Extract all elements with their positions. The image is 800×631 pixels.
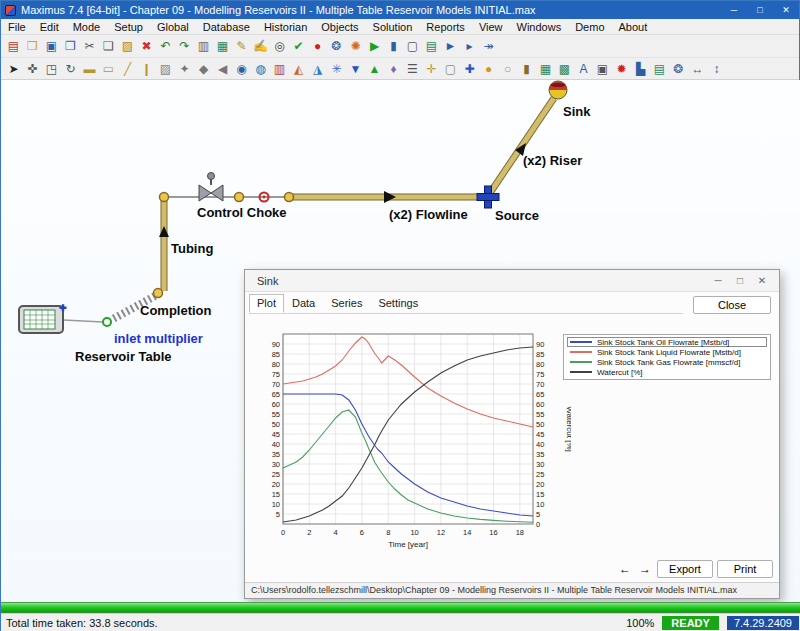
rotate-icon[interactable]: ↻ <box>61 59 80 78</box>
tubing-icon[interactable]: ❙ <box>137 59 156 78</box>
tank-icon[interactable]: ▢ <box>441 59 460 78</box>
menu-windows[interactable]: Windows <box>510 21 569 33</box>
minimize-button[interactable]: ─ <box>721 1 747 19</box>
zoom-area-icon[interactable]: ◳ <box>42 59 61 78</box>
sink-close-x-button[interactable]: ✕ <box>751 270 773 292</box>
copy-icon[interactable]: ❏ <box>99 37 118 56</box>
control-choke-label[interactable]: Control Choke <box>197 205 287 220</box>
separator-icon[interactable]: ▥ <box>270 59 289 78</box>
heater-icon[interactable]: ◭ <box>289 59 308 78</box>
run-all-icon[interactable]: ► <box>441 37 460 56</box>
text-annotation-icon[interactable]: A <box>574 59 593 78</box>
sink-maximize-button[interactable]: □ <box>729 270 751 292</box>
group-box-icon[interactable]: ▣ <box>593 59 612 78</box>
monitor-icon[interactable]: ▢ <box>403 37 422 56</box>
menu-solution[interactable]: Solution <box>366 21 420 33</box>
node-junction[interactable] <box>160 193 169 202</box>
menu-setup[interactable]: Setup <box>107 21 150 33</box>
nav-prev-button[interactable]: ← <box>617 561 633 577</box>
pause-icon[interactable]: ▮ <box>384 37 403 56</box>
cut-icon[interactable]: ✂ <box>80 37 99 56</box>
sink-minimize-button[interactable]: ─ <box>707 270 729 292</box>
pan-icon[interactable]: ✜ <box>23 59 42 78</box>
new-case-icon[interactable]: ▤ <box>4 37 23 56</box>
manifold-icon[interactable]: ☰ <box>403 59 422 78</box>
sink-close-button[interactable]: Close <box>693 296 771 314</box>
legend-item-1[interactable]: Sink Stock Tank Liquid Flowrate [Mstb/d] <box>567 347 767 357</box>
tab-data[interactable]: Data <box>284 294 323 313</box>
undo-icon[interactable]: ↶ <box>156 37 175 56</box>
inlet-multiplier-label[interactable]: inlet multiplier <box>114 331 203 346</box>
node-junction[interactable] <box>154 289 163 298</box>
menu-about[interactable]: About <box>612 21 655 33</box>
script-editor-icon[interactable]: ✍ <box>251 37 270 56</box>
fit-view-icon[interactable]: ↕ <box>707 59 726 78</box>
compressor-icon[interactable]: ◍ <box>251 59 270 78</box>
zoom-icon[interactable]: ◎ <box>270 37 289 56</box>
maximize-button[interactable]: □ <box>747 1 773 19</box>
choke-icon[interactable]: ✦ <box>175 59 194 78</box>
menu-edit[interactable]: Edit <box>33 21 66 33</box>
flowline-icon[interactable]: ▭ <box>99 59 118 78</box>
export-button[interactable]: Export <box>657 560 713 578</box>
legend-item-2[interactable]: Sink Stock Tank Gas Flowrate [mmscf/d] <box>567 357 767 367</box>
print-button[interactable]: Print <box>717 560 773 578</box>
heat-exchanger-icon[interactable]: ✳ <box>327 59 346 78</box>
riser-label[interactable]: (x2) Riser <box>523 153 582 168</box>
close-button[interactable]: ✕ <box>773 1 799 19</box>
menu-view[interactable]: View <box>472 21 510 33</box>
stop-icon[interactable]: ● <box>308 37 327 56</box>
validate-icon[interactable]: ✔ <box>289 37 308 56</box>
menu-mode[interactable]: Mode <box>66 21 108 33</box>
menu-global[interactable]: Global <box>150 21 196 33</box>
riser-icon[interactable]: ╱ <box>118 59 137 78</box>
menu-reports[interactable]: Reports <box>419 21 472 33</box>
check-valve-icon[interactable]: ◀ <box>213 59 232 78</box>
step-icon[interactable]: ▸ <box>460 37 479 56</box>
menu-objects[interactable]: Objects <box>314 21 365 33</box>
report-view-icon[interactable]: ▤ <box>650 59 669 78</box>
gas-lift-icon[interactable]: ▲ <box>365 59 384 78</box>
network-view-icon[interactable]: ❂ <box>327 37 346 56</box>
world-map-icon[interactable]: ❂ <box>669 59 688 78</box>
junction-node-icon[interactable]: ○ <box>498 59 517 78</box>
pump-icon[interactable]: ◉ <box>232 59 251 78</box>
source-icon[interactable]: ✚ <box>460 59 479 78</box>
fast-forward-icon[interactable]: ↠ <box>479 37 498 56</box>
pipe-icon[interactable]: ▬ <box>80 59 99 78</box>
report-icon[interactable]: ▤ <box>422 37 441 56</box>
run-simulation-icon[interactable]: ▶ <box>365 37 384 56</box>
redo-icon[interactable]: ↷ <box>175 37 194 56</box>
menu-historian[interactable]: Historian <box>257 21 314 33</box>
flowline-label[interactable]: (x2) Flowline <box>389 207 468 222</box>
sink-window-titlebar[interactable]: Sink ─ □ ✕ <box>245 270 779 292</box>
esp-pump-icon[interactable]: ♦ <box>384 59 403 78</box>
paste-icon[interactable]: ▨ <box>118 37 137 56</box>
valve-icon[interactable]: ◆ <box>194 59 213 78</box>
open-case-icon[interactable]: ❒ <box>23 37 42 56</box>
reservoir-table-label[interactable]: Reservoir Table <box>75 349 172 364</box>
select-pointer-icon[interactable]: ➤ <box>4 59 23 78</box>
data-table-icon[interactable]: ▦ <box>213 37 232 56</box>
chart-view-icon[interactable]: ▙ <box>631 59 650 78</box>
legend-item-3[interactable]: Watercut [%] <box>567 367 767 377</box>
reservoir-table-icon[interactable] <box>19 304 67 333</box>
save-case-icon[interactable]: ▣ <box>42 37 61 56</box>
node-junction[interactable] <box>235 193 244 202</box>
completion-icon[interactable]: ▨ <box>156 59 175 78</box>
delete-icon[interactable]: ✖ <box>137 37 156 56</box>
sink-node-icon[interactable] <box>549 81 567 99</box>
reservoir-icon[interactable]: ▦ <box>536 59 555 78</box>
menu-demo[interactable]: Demo <box>568 21 611 33</box>
injection-well-icon[interactable]: ▼ <box>346 59 365 78</box>
measure-icon[interactable]: ↔ <box>688 59 707 78</box>
cooler-icon[interactable]: ◮ <box>308 59 327 78</box>
tubing-label[interactable]: Tubing <box>171 241 213 256</box>
completion-label[interactable]: Completion <box>140 303 212 318</box>
print-icon[interactable]: ▥ <box>194 37 213 56</box>
sink-node-label[interactable]: Sink <box>563 104 590 119</box>
red-marker-icon[interactable]: ✹ <box>612 59 631 78</box>
tee-junction-icon[interactable]: ✛ <box>422 59 441 78</box>
source-label[interactable]: Source <box>495 208 539 223</box>
well-icon[interactable]: ▮ <box>517 59 536 78</box>
